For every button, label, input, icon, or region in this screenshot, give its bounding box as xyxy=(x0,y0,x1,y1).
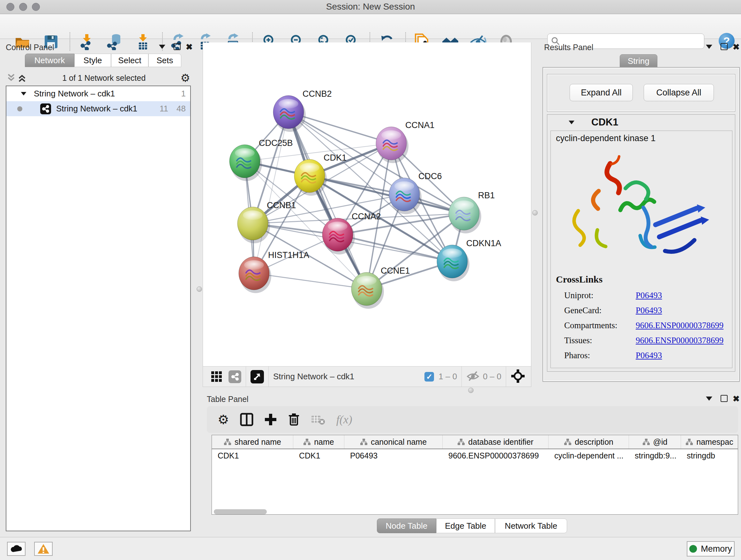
tab-edge-table[interactable]: Edge Table xyxy=(436,518,495,533)
crosslinks-section: CrossLinks Uniprot: P06493 GeneCard: P06… xyxy=(556,274,603,285)
network-node-HIST1H1A[interactable]: HIST1H1A xyxy=(239,250,309,293)
edge-CCNB2-CCNE1[interactable] xyxy=(288,112,367,289)
table-tabs: Node TableEdge TableNetwork Table xyxy=(377,518,567,533)
crosslink-label: Pharos: xyxy=(564,351,590,360)
warning-button[interactable] xyxy=(34,542,53,556)
table-panel-float-icon[interactable] xyxy=(721,395,728,402)
node-gloss xyxy=(328,222,347,231)
tab-node-table[interactable]: Node Table xyxy=(377,518,436,533)
tab-network[interactable]: Network xyxy=(25,54,74,67)
collection-expand-icon[interactable] xyxy=(21,92,26,96)
hidden-eye-icon[interactable] xyxy=(466,370,480,383)
network-node-CCNE1[interactable]: CCNE1 xyxy=(351,266,410,309)
selected-nodes-checkbox[interactable]: ✓ xyxy=(424,372,434,381)
left-splitter-handle[interactable] xyxy=(197,287,202,292)
crosslink-link[interactable]: P06493 xyxy=(636,351,662,361)
cloud-sync-button[interactable] xyxy=(7,542,25,556)
network-selection-status: 1 of 1 Network selected xyxy=(27,73,181,83)
network-node-CDK1[interactable]: CDK1 xyxy=(294,153,347,196)
footer-network-name: String Network – cdk1 xyxy=(273,372,354,381)
node-label-CDK1: CDK1 xyxy=(324,153,347,163)
gene-symbol: CDK1 xyxy=(591,117,618,128)
collapse-all-networks-icon[interactable] xyxy=(6,73,17,83)
edge-CCNB2-HIST1H1A[interactable] xyxy=(254,112,288,273)
delete-table-icon[interactable] xyxy=(311,414,326,425)
memory-button[interactable]: Memory xyxy=(687,541,735,557)
column-header[interactable]: namespac xyxy=(681,435,738,449)
network-list: String Network – cdk1 1 String Network –… xyxy=(6,85,191,531)
window-title: Session: New Session xyxy=(0,0,741,13)
table-panel-menu-icon[interactable] xyxy=(706,396,712,401)
table-horizontal-scrollbar[interactable] xyxy=(214,509,267,514)
fit-selected-crosshair-icon[interactable] xyxy=(511,369,525,385)
cell-name: CDK1 xyxy=(293,449,344,462)
bottom-splitter-handle[interactable] xyxy=(468,388,474,393)
column-header[interactable]: name xyxy=(293,435,344,449)
network-node-CDKN1A[interactable]: CDKN1A xyxy=(437,239,501,281)
node-label-CCNA2: CCNA2 xyxy=(352,212,381,221)
add-column-icon[interactable] xyxy=(264,413,277,426)
network-row[interactable]: String Network – cdk1 11 48 xyxy=(6,101,190,116)
delete-column-icon[interactable] xyxy=(288,413,300,426)
expand-all-networks-icon[interactable] xyxy=(17,73,27,83)
column-header[interactable]: database identifier xyxy=(443,435,549,449)
tab-sets[interactable]: Sets xyxy=(148,54,181,67)
column-header[interactable]: shared name xyxy=(212,435,293,449)
control-panel-close-icon[interactable]: ✖ xyxy=(186,42,193,52)
node-gloss xyxy=(381,130,401,140)
gene-collapse-icon[interactable] xyxy=(569,120,575,124)
node-gloss xyxy=(442,248,462,258)
column-header[interactable]: @id xyxy=(629,435,681,449)
birds-eye-view-icon[interactable] xyxy=(211,370,223,383)
tab-string[interactable]: String xyxy=(620,54,657,68)
network-current-dot-icon xyxy=(17,106,22,111)
control-panel-float-icon[interactable] xyxy=(174,43,181,50)
collapse-all-button[interactable]: Collapse All xyxy=(644,84,714,101)
main-toolbar: ? xyxy=(0,14,741,39)
network-options-gear-icon[interactable]: ⚙ xyxy=(181,71,190,84)
tab-select[interactable]: Select xyxy=(111,54,148,67)
network-collection-row[interactable]: String Network – cdk1 1 xyxy=(6,86,190,101)
results-panel-float-icon[interactable] xyxy=(721,43,728,50)
function-builder-icon[interactable]: f(x) xyxy=(336,413,352,426)
crosslink-link[interactable]: P06493 xyxy=(636,306,662,315)
results-panel-close-icon[interactable]: ✖ xyxy=(733,42,740,52)
node-label-HIST1H1A: HIST1H1A xyxy=(268,250,309,260)
results-panel-menu-icon[interactable] xyxy=(706,45,712,49)
crosslink-link[interactable]: 9606.ENSP00000378699 xyxy=(636,320,724,330)
network-node-RB1[interactable]: RB1 xyxy=(449,191,495,233)
zoom-window-icon[interactable] xyxy=(32,3,40,11)
right-splitter-handle[interactable] xyxy=(532,210,538,215)
show-columns-icon[interactable] xyxy=(240,413,253,426)
network-type-icon xyxy=(40,104,51,114)
table-toolbar: ⚙ f(x) xyxy=(207,406,738,433)
control-panel-menu-icon[interactable] xyxy=(159,45,165,49)
expand-all-button[interactable]: Expand All xyxy=(569,84,633,101)
crosslink-link[interactable]: 9606.ENSP00000378699 xyxy=(636,335,724,346)
network-overview-icon[interactable] xyxy=(228,370,241,383)
network-view-toolbar: String Network – cdk1 ✓ 1 – 0 0 – 0 xyxy=(203,366,531,387)
collection-count: 1 xyxy=(181,89,186,99)
collection-name: String Network – cdk1 xyxy=(34,89,115,99)
network-node-CDC6[interactable]: CDC6 xyxy=(389,172,442,214)
crosslink-label: GeneCard: xyxy=(564,306,602,315)
table-options-gear-icon[interactable]: ⚙ xyxy=(218,412,229,427)
column-header[interactable]: description xyxy=(549,435,629,449)
gene-result-header[interactable]: CDK1 xyxy=(547,115,735,130)
table-row[interactable]: CDK1 CDK1 P06493 9606.ENSP00000378699 cy… xyxy=(212,449,738,462)
table-panel-close-icon[interactable]: ✖ xyxy=(733,394,740,404)
close-window-icon[interactable] xyxy=(6,3,14,11)
minimize-window-icon[interactable] xyxy=(19,3,27,11)
column-type-icon xyxy=(457,438,465,445)
network-canvas[interactable]: CCNB2CCNA1CDC25BCDK1CDC6RB1CCNB1CCNA2CDK… xyxy=(203,43,531,366)
open-in-new-window-icon[interactable] xyxy=(251,370,264,383)
results-panel: Results Panel ✖ String Expand All Collap… xyxy=(539,42,741,393)
crosslink-link[interactable]: P06493 xyxy=(636,291,662,300)
tab-style[interactable]: Style xyxy=(74,54,111,67)
cell-description: cyclin-dependent ... xyxy=(549,449,629,462)
cell-shared-name: CDK1 xyxy=(212,449,293,462)
control-panel: Control Panel ✖ NetworkStyleSelectSets 1… xyxy=(3,42,198,535)
column-header[interactable]: canonical name xyxy=(344,435,443,449)
node-label-CCNB2: CCNB2 xyxy=(302,89,332,99)
tab-network-table[interactable]: Network Table xyxy=(495,518,567,533)
